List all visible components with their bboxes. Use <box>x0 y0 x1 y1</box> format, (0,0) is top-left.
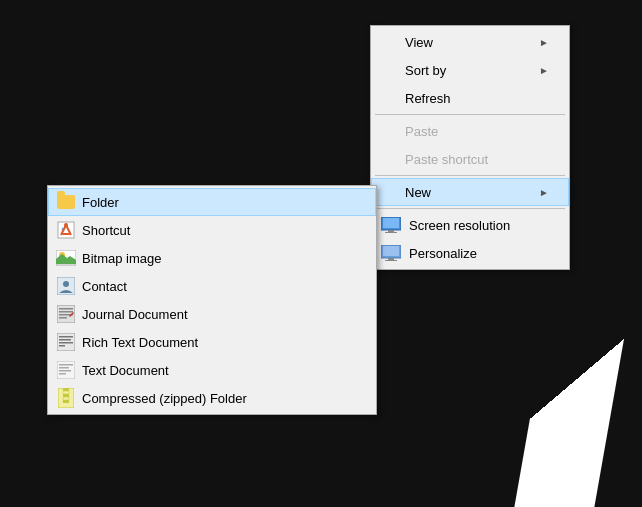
svg-rect-23 <box>59 339 71 341</box>
sub-menu-item-bitmap[interactable]: Bitmap image <box>48 244 376 272</box>
rtf-icon <box>56 332 76 352</box>
text-icon <box>56 360 76 380</box>
svg-rect-32 <box>63 388 69 391</box>
view-arrow: ► <box>539 37 549 48</box>
separator-2 <box>375 175 565 176</box>
svg-rect-1 <box>383 218 399 228</box>
contact-icon <box>56 276 76 296</box>
sort-by-icon <box>379 60 399 80</box>
svg-rect-25 <box>59 345 65 347</box>
context-menu-main: View ► Sort by ► Refresh Paste Paste sho… <box>370 25 570 270</box>
zip-label: Compressed (zipped) Folder <box>82 391 356 406</box>
svg-rect-2 <box>388 230 394 232</box>
personalize-label: Personalize <box>409 246 549 261</box>
svg-rect-18 <box>59 311 73 313</box>
personalize-icon <box>379 241 403 265</box>
menu-item-paste-shortcut[interactable]: Paste shortcut <box>371 145 569 173</box>
menu-item-screen-resolution[interactable]: Screen resolution <box>371 211 569 239</box>
menu-item-refresh[interactable]: Refresh <box>371 84 569 112</box>
zip-icon <box>56 388 76 408</box>
bitmap-label: Bitmap image <box>82 251 356 266</box>
svg-rect-3 <box>385 232 397 233</box>
menu-item-new[interactable]: New ► <box>371 178 569 206</box>
view-label: View <box>405 35 539 50</box>
svg-rect-34 <box>63 394 69 397</box>
paste-shortcut-label: Paste shortcut <box>405 152 549 167</box>
sub-menu-item-contact[interactable]: Contact <box>48 272 376 300</box>
paste-label: Paste <box>405 124 549 139</box>
paste-icon <box>379 121 399 141</box>
new-label: New <box>405 185 539 200</box>
screen-resolution-icon <box>379 213 403 237</box>
sub-menu-item-shortcut[interactable]: Shortcut <box>48 216 376 244</box>
shortcut-label: Shortcut <box>82 223 356 238</box>
svg-rect-30 <box>59 373 66 375</box>
menu-item-paste[interactable]: Paste <box>371 117 569 145</box>
separator-3 <box>375 208 565 209</box>
svg-rect-33 <box>63 391 69 394</box>
sub-menu-item-text[interactable]: Text Document <box>48 356 376 384</box>
sub-menu-item-folder[interactable]: Folder <box>48 188 376 216</box>
svg-rect-24 <box>59 342 73 344</box>
sub-menu-item-zip[interactable]: Compressed (zipped) Folder <box>48 384 376 412</box>
refresh-label: Refresh <box>405 91 549 106</box>
context-menu-sub: Folder Shortcut Bitmap image <box>47 185 377 415</box>
svg-rect-35 <box>63 397 69 400</box>
new-icon <box>379 182 399 202</box>
svg-rect-36 <box>63 400 69 403</box>
svg-rect-10 <box>62 233 70 235</box>
svg-rect-7 <box>385 260 397 261</box>
svg-rect-29 <box>59 370 71 372</box>
svg-rect-20 <box>59 317 67 319</box>
menu-item-personalize[interactable]: Personalize <box>371 239 569 267</box>
journal-icon <box>56 304 76 324</box>
contact-label: Contact <box>82 279 356 294</box>
separator-1 <box>375 114 565 115</box>
paste-shortcut-icon <box>379 149 399 169</box>
new-arrow: ► <box>539 187 549 198</box>
svg-rect-17 <box>59 308 73 310</box>
screen-resolution-label: Screen resolution <box>409 218 549 233</box>
sub-menu-item-rtf[interactable]: Rich Text Document <box>48 328 376 356</box>
svg-rect-27 <box>59 364 73 366</box>
svg-point-9 <box>64 223 68 227</box>
svg-rect-5 <box>383 246 399 256</box>
menu-item-view[interactable]: View ► <box>371 28 569 56</box>
view-icon <box>379 32 399 52</box>
sort-by-arrow: ► <box>539 65 549 76</box>
svg-rect-22 <box>59 336 73 338</box>
sort-by-label: Sort by <box>405 63 539 78</box>
bitmap-icon <box>56 248 76 268</box>
text-label: Text Document <box>82 363 356 378</box>
rtf-label: Rich Text Document <box>82 335 356 350</box>
svg-rect-28 <box>59 367 69 369</box>
folder-icon <box>56 192 76 212</box>
svg-rect-6 <box>388 258 394 260</box>
svg-point-15 <box>63 281 69 287</box>
menu-item-sort-by[interactable]: Sort by ► <box>371 56 569 84</box>
refresh-icon <box>379 88 399 108</box>
journal-label: Journal Document <box>82 307 356 322</box>
sub-menu-item-journal[interactable]: Journal Document <box>48 300 376 328</box>
folder-label: Folder <box>82 195 356 210</box>
shortcut-icon <box>56 220 76 240</box>
